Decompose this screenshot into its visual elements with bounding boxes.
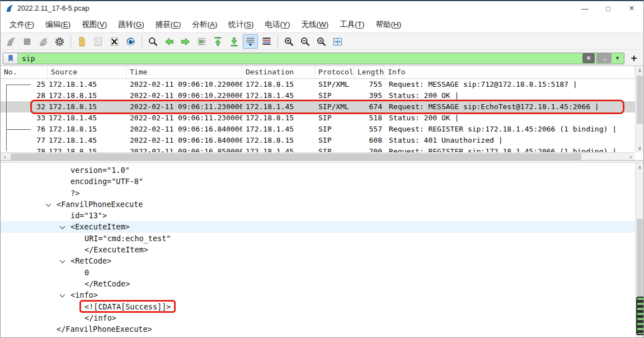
packet-list-hscrollbar[interactable]: ‹ › — [1, 152, 635, 160]
zoom-in-icon — [283, 36, 295, 48]
cell-destination: 172.18.1.45 — [242, 90, 315, 101]
xml-line[interactable]: encoding="UTF-8" — [1, 176, 643, 187]
scroll-up-arrow-icon[interactable]: ∧ — [636, 66, 644, 74]
cell-time: 2022-02-11 09:06:16.850000 — [126, 146, 242, 152]
xml-line[interactable]: <![CDATA[Success]]> — [1, 301, 643, 312]
packet-list-vscrollbar[interactable]: ∧ ∨ — [635, 66, 643, 152]
menu-item-help[interactable]: 帮助(H) — [370, 17, 407, 32]
resize-columns-button[interactable] — [330, 34, 345, 49]
capture-options-button[interactable] — [52, 34, 67, 49]
cell-source: 172.18.1.45 — [48, 79, 126, 90]
xml-line[interactable]: <FanvilPhoneExecute — [1, 199, 643, 210]
cell-info: Request: REGISTER sip:172.18.1.45:2066 (… — [384, 124, 635, 135]
zoom-in-button[interactable] — [281, 34, 297, 49]
start-capture-button[interactable] — [3, 34, 18, 49]
cell-source: 172.18.8.15 — [48, 124, 126, 135]
cell-time: 2022-02-11 09:06:11.230000 — [126, 101, 242, 112]
collapse-chevron-icon[interactable] — [60, 224, 65, 229]
xml-line-text: version="1.0" — [70, 166, 130, 175]
go-to-bottom-button[interactable] — [227, 34, 242, 49]
menu-item-view[interactable]: 视图(V) — [76, 17, 112, 32]
menu-item-capture[interactable]: 捕获(C) — [150, 17, 187, 32]
column-header-time[interactable]: Time — [126, 66, 242, 78]
xml-line[interactable]: </FanvilPhoneExecute> — [1, 323, 643, 335]
cell-info: Request: REGISTER sip:172.18.1.45:2066 (… — [384, 146, 635, 152]
open-file-button[interactable] — [74, 34, 90, 49]
scroll-down-arrow-icon[interactable]: ∨ — [636, 144, 644, 152]
cell-time: 2022-02-11 09:06:10.220000 — [126, 90, 242, 101]
scroll-left-arrow-icon[interactable]: ‹ — [1, 153, 9, 161]
colorize-packets-button[interactable] — [259, 34, 274, 49]
packet-row-25[interactable]: 25172.18.1.452022-02-11 09:06:10.2200001… — [1, 79, 635, 90]
column-header-length[interactable]: Length — [354, 66, 384, 78]
scrollbar-thumb[interactable] — [637, 76, 643, 124]
xml-line[interactable]: <ExecuteItem> — [1, 221, 643, 232]
menu-item-wireless[interactable]: 无线(W) — [296, 17, 335, 32]
xml-line[interactable]: id="13"> — [1, 210, 643, 221]
wireshark-window: 2022.2.11_17-6-5.pcap — □ × 文件(F)编辑(E)视图… — [0, 0, 644, 338]
menu-item-go[interactable]: 跳转(G) — [112, 17, 150, 32]
titlebar: 2022.2.11_17-6-5.pcap — □ × — [1, 1, 643, 16]
go-back-button[interactable] — [162, 34, 177, 49]
close-button[interactable]: × — [620, 1, 643, 16]
stop-capture-button[interactable] — [20, 34, 35, 49]
menu-item-statistics[interactable]: 统计(S) — [223, 17, 260, 32]
menu-item-tools[interactable]: 工具(T) — [334, 17, 370, 32]
save-file-icon — [92, 36, 104, 48]
filter-clear-button[interactable]: × — [582, 53, 595, 63]
filter-input[interactable] — [18, 54, 582, 63]
scroll-right-arrow-icon[interactable]: › — [627, 153, 635, 161]
go-back-icon — [163, 36, 175, 48]
menu-item-file[interactable]: 文件(F) — [4, 17, 40, 32]
xml-line[interactable]: </info> — [1, 312, 643, 323]
zoom-out-button[interactable] — [298, 34, 313, 49]
packet-row-77[interactable]: 77172.18.1.452022-02-11 09:06:16.8400001… — [1, 135, 635, 146]
scroll-up-arrow-icon[interactable]: ∧ — [636, 163, 643, 171]
packet-row-33[interactable]: 33172.18.1.452022-02-11 09:06:11.2300001… — [1, 112, 635, 124]
filter-dropdown-caret[interactable]: ▼ — [615, 55, 620, 61]
xml-line[interactable]: <RetCode> — [1, 255, 643, 266]
column-header-protocol[interactable]: Protocol — [315, 66, 354, 78]
packet-row-76[interactable]: 76172.18.8.152022-02-11 09:06:16.8400001… — [1, 124, 635, 135]
menu-item-analyze[interactable]: 分析(A) — [187, 17, 223, 32]
xml-line[interactable]: </ExecuteItem> — [1, 244, 643, 255]
xml-line[interactable]: </RetCode> — [1, 278, 643, 289]
minimize-button[interactable]: — — [573, 1, 596, 16]
column-header-source[interactable]: Source — [48, 66, 126, 78]
reload-file-button[interactable] — [123, 34, 138, 49]
find-packet-button[interactable] — [145, 34, 161, 49]
filter-apply-button[interactable]: → — [596, 53, 612, 63]
go-to-packet-button[interactable] — [194, 34, 209, 49]
collapse-chevron-icon[interactable] — [60, 258, 65, 264]
filter-bookmark-button[interactable] — [3, 53, 18, 64]
add-filter-button[interactable]: + — [627, 52, 641, 64]
menu-item-telephony[interactable]: 电话(Y) — [260, 17, 296, 32]
collapse-chevron-icon[interactable] — [60, 292, 65, 298]
packet-row-28[interactable]: 28172.18.8.152022-02-11 09:06:10.2200001… — [1, 90, 635, 101]
menu-item-edit[interactable]: 编辑(E) — [40, 17, 76, 32]
auto-scroll-button[interactable] — [243, 34, 258, 49]
go-to-top-button[interactable] — [210, 34, 225, 49]
scrollbar-thumb[interactable] — [11, 153, 581, 160]
packet-row-32[interactable]: 32172.18.8.152022-02-11 09:06:11.2300001… — [1, 101, 635, 112]
column-header-destination[interactable]: Destination — [242, 66, 315, 78]
zoom-normal-button[interactable] — [314, 34, 329, 49]
column-header-info[interactable]: Info — [384, 66, 635, 78]
collapse-chevron-icon[interactable] — [46, 201, 51, 206]
xml-line[interactable]: URI="cmd:echo_test" — [1, 233, 643, 244]
column-header-no[interactable]: No. — [1, 66, 48, 78]
save-file-button[interactable] — [91, 34, 106, 49]
xml-line-text: <info> — [70, 290, 98, 299]
xml-line[interactable]: <info> — [1, 289, 643, 301]
xml-line[interactable]: ?> — [1, 187, 643, 199]
go-forward-button[interactable] — [178, 34, 193, 49]
cell-length: 608 — [354, 135, 384, 146]
close-file-button[interactable] — [107, 34, 122, 49]
restart-capture-button[interactable] — [36, 34, 51, 49]
maximize-button[interactable]: □ — [596, 1, 620, 16]
packet-row-78[interactable]: 78172.18.8.152022-02-11 09:06:16.8500001… — [1, 146, 635, 152]
xml-line-text: 0 — [84, 268, 89, 277]
xml-line[interactable]: 0 — [1, 267, 643, 278]
xml-line[interactable]: version="1.0" — [1, 165, 643, 176]
xml-line-text: </FanvilPhoneExecute> — [57, 325, 152, 334]
